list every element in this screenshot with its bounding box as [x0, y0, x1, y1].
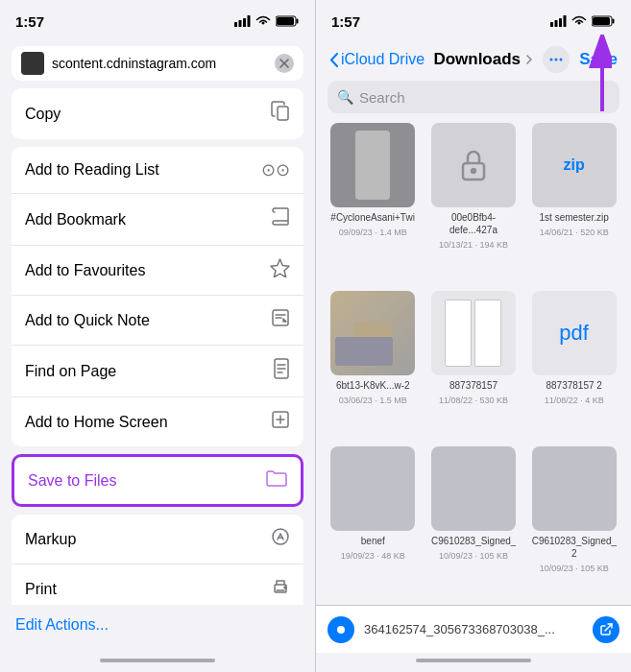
menu-section-copy: Copy [12, 88, 303, 139]
svg-rect-0 [234, 22, 237, 27]
nav-back-button[interactable]: iCloud Drive [329, 51, 425, 68]
status-icons-left [234, 15, 300, 27]
file-name: 6bt13-K8vK...w-2 [336, 379, 410, 392]
menu-section-bookmarks: Add to Reading List ⊙⊙ Add Bookmark Add … [12, 147, 303, 446]
copy-link-icon [599, 623, 613, 636]
menu-item-add-home[interactable]: Add to Home Screen [12, 397, 303, 446]
book-icon [271, 206, 290, 232]
signal-icon [234, 15, 251, 27]
save-button[interactable]: Save [579, 50, 618, 69]
left-panel: 1:57 scontent.cdni [0, 0, 315, 672]
svg-point-34 [550, 59, 553, 61]
file-item[interactable]: pdf 887378157 2 11/08/22 · 4 KB [528, 291, 619, 437]
file-thumb [431, 123, 516, 207]
back-label: iCloud Drive [341, 51, 425, 68]
file-thumb [532, 446, 617, 531]
copy-link-button[interactable] [593, 616, 619, 643]
file-item[interactable]: 887378157 11/08/22 · 530 KB [428, 291, 520, 437]
back-chevron-icon [329, 53, 338, 67]
url-close-button[interactable] [275, 54, 294, 73]
svg-rect-32 [613, 19, 615, 24]
file-name: 00e0Bfb4-defe...427a [431, 211, 516, 236]
bottom-filename: 364162574_305673368703038_... [364, 622, 583, 636]
search-icon-right: 🔍 [337, 89, 353, 105]
menu-item-copy[interactable]: Copy [12, 88, 303, 139]
battery-icon-right [592, 15, 616, 27]
svg-rect-3 [248, 15, 251, 27]
files-grid: #CycloneAsani+Twi...tter 09/09/23 · 1.4 … [316, 123, 631, 605]
right-panel: 1:57 iCloud Dr [315, 0, 631, 672]
file-name: 887378157 [449, 379, 498, 392]
url-bar[interactable]: scontent.cdninstagram.com [12, 46, 303, 81]
time-left: 1:57 [15, 13, 44, 30]
home-bar [100, 659, 215, 662]
file-item[interactable]: #CycloneAsani+Twi...tter 09/09/23 · 1.4 … [328, 123, 419, 281]
svg-point-42 [337, 626, 345, 634]
svg-rect-6 [277, 17, 294, 25]
home-indicator-right [316, 653, 631, 672]
note-icon [271, 308, 290, 332]
home-indicator-left [0, 653, 315, 672]
svg-point-35 [555, 59, 558, 61]
glasses-icon: ⊙⊙ [261, 159, 290, 180]
file-item[interactable]: C9610283_Signed_...r1.pdf 10/09/23 · 105… [428, 446, 520, 605]
file-meta: 10/13/21 · 194 KB [439, 240, 508, 250]
menu-item-reading-list[interactable]: Add to Reading List ⊙⊙ [12, 147, 303, 194]
nav-title-group: Downloads [433, 50, 534, 69]
menu-item-markup[interactable]: Markup [12, 515, 303, 564]
battery-icon [276, 15, 300, 27]
file-icon [328, 616, 354, 643]
file-thumb [431, 446, 516, 531]
file-meta: 19/09/23 · 48 KB [341, 551, 405, 561]
svg-point-40 [472, 169, 475, 173]
folder-icon [266, 469, 287, 492]
file-item[interactable]: 6bt13-K8vK...w-2 03/06/23 · 1.5 MB [328, 291, 419, 437]
file-meta: 10/09/23 · 105 KB [540, 564, 609, 573]
menu-section-tools: Markup Print [12, 515, 303, 605]
title-chevron-icon [524, 54, 534, 65]
star-icon [270, 258, 290, 282]
svg-rect-9 [278, 107, 288, 120]
url-favicon [21, 52, 44, 75]
status-icons-right [550, 15, 616, 27]
menu-item-bookmark[interactable]: Add Bookmark [12, 194, 303, 246]
file-item[interactable]: C9610283_Signed_...pdf 2 10/09/23 · 105 … [528, 446, 619, 605]
svg-rect-2 [243, 18, 246, 27]
search-bar[interactable]: 🔍 Search [328, 81, 619, 113]
svg-marker-10 [271, 259, 289, 277]
menu-item-quick-note[interactable]: Add to Quick Note [12, 296, 303, 346]
nav-title: Downloads [433, 50, 521, 69]
file-meta: 11/08/22 · 530 KB [439, 396, 508, 405]
svg-point-21 [273, 529, 288, 544]
edit-actions[interactable]: Edit Actions... [0, 605, 315, 653]
file-meta: 14/06/21 · 520 KB [540, 228, 609, 237]
more-button[interactable] [543, 46, 570, 73]
svg-rect-30 [564, 15, 567, 27]
lock-icon [458, 147, 489, 183]
svg-point-36 [560, 59, 563, 61]
nav-bar: iCloud Drive Downloads Save [316, 42, 631, 81]
file-name: C9610283_Signed_...pdf 2 [532, 535, 617, 560]
file-name: 1st semester.zip [540, 211, 609, 224]
file-name: benef [361, 535, 385, 547]
nav-actions: Save [543, 46, 618, 73]
close-icon [279, 59, 289, 68]
file-meta: 09/09/23 · 1.4 MB [339, 228, 407, 237]
menu-item-favourites[interactable]: Add to Favourites [12, 246, 303, 296]
print-icon [271, 577, 290, 601]
svg-rect-5 [297, 19, 299, 24]
status-bar-right: 1:57 [316, 0, 631, 42]
home-bar-right [416, 659, 531, 662]
plus-square-icon [271, 410, 290, 434]
menu-item-print[interactable]: Print [12, 564, 303, 605]
file-item[interactable]: 00e0Bfb4-defe...427a 10/13/21 · 194 KB [428, 123, 520, 281]
menu-item-save-to-files[interactable]: Save to Files [12, 454, 303, 507]
menu-list: Copy Add to Reading List ⊙⊙ Add Bookmark [0, 88, 315, 605]
file-thumb [431, 291, 516, 375]
menu-item-find-on-page[interactable]: Find on Page [12, 346, 303, 397]
file-item[interactable]: zip 1st semester.zip 14/06/21 · 520 KB [528, 123, 619, 281]
file-name: 887378157 2 [546, 379, 601, 392]
svg-point-24 [284, 587, 286, 588]
file-item[interactable]: benef 19/09/23 · 48 KB [328, 446, 419, 605]
file-thumb: zip [532, 123, 617, 207]
